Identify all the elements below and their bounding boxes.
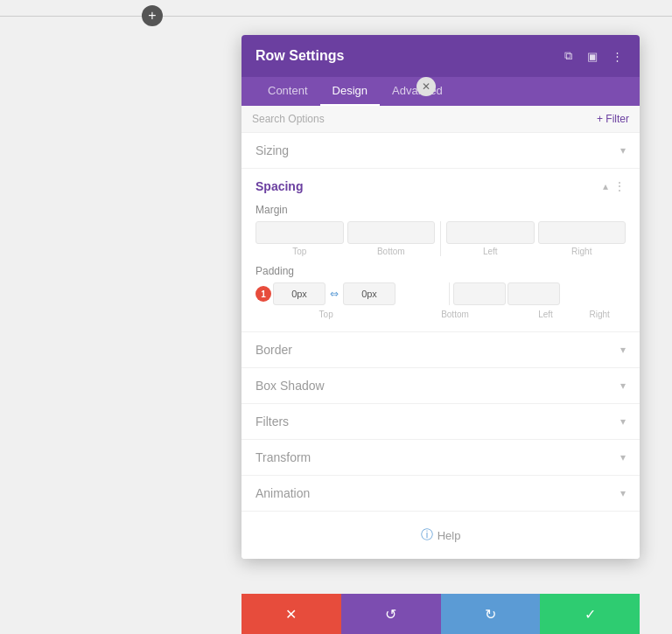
modal-content: Sizing ▾ Spacing ▴ ⋮ Margin <box>242 133 640 559</box>
search-bar: Search Options + Filter <box>242 106 640 133</box>
padding-bottom-input[interactable] <box>343 282 396 305</box>
sizing-label: Sizing <box>256 143 289 157</box>
border-section[interactable]: Border ▾ <box>242 332 640 368</box>
margin-label: Margin <box>256 204 626 216</box>
animation-label: Animation <box>256 486 310 500</box>
padding-bottom-sublabel-group: Bottom <box>402 307 508 319</box>
padding-input-row: 1 ⇔ <box>256 282 626 305</box>
border-chevron: ▾ <box>620 344 626 356</box>
undo-button[interactable]: ↺ <box>341 594 441 634</box>
top-divider <box>0 16 672 17</box>
filters-chevron: ▾ <box>620 415 626 428</box>
padding-bottom-sublabel: Bottom <box>441 310 469 319</box>
padding-badge: 1 <box>256 286 271 302</box>
margin-input-row: Top Bottom Left Right <box>256 221 626 256</box>
margin-left-input[interactable] <box>446 221 535 244</box>
sizing-chevron: ▾ <box>620 144 626 157</box>
row-settings-modal: Row Settings ⧉ ▣ ⋮ Content Design Advanc… <box>242 35 640 559</box>
padding-right-sublabel: Right <box>589 310 609 319</box>
help-icon[interactable]: ⓘ <box>421 527 433 543</box>
margin-right-group: Right <box>538 221 626 256</box>
box-shadow-section[interactable]: Box Shadow ▾ <box>242 368 640 404</box>
link-icon[interactable]: ⇔ <box>327 288 341 300</box>
padding-right-inputs <box>453 282 626 305</box>
spacing-header[interactable]: Spacing ▴ ⋮ <box>242 169 640 204</box>
animation-section[interactable]: Animation ▾ <box>242 476 640 512</box>
transform-section[interactable]: Transform ▾ <box>242 440 640 476</box>
grid-icon[interactable]: ▣ <box>584 47 601 65</box>
padding-divider <box>449 282 450 305</box>
padding-lr-sublabels: Left Right <box>520 307 626 319</box>
tab-content[interactable]: Content <box>256 77 320 106</box>
padding-right-input[interactable] <box>508 282 560 305</box>
margin-bottom-group: Bottom <box>347 221 436 256</box>
spacing-more-icon[interactable]: ⋮ <box>613 179 626 193</box>
margin-top-input[interactable] <box>256 221 344 244</box>
margin-top-label: Top <box>292 247 306 256</box>
border-label: Border <box>256 343 292 357</box>
filter-button[interactable]: + Filter <box>597 113 629 125</box>
page-background: + ✕ Row Settings ⧉ ▣ ⋮ Content Design Ad… <box>0 0 672 634</box>
sizing-section[interactable]: Sizing ▾ <box>242 133 640 169</box>
margin-left-group: Left <box>446 221 535 256</box>
margin-bottom-label: Bottom <box>377 247 405 256</box>
header-icons: ⧉ ▣ ⋮ <box>559 47 626 65</box>
help-footer: ⓘ Help <box>242 512 640 559</box>
margin-bottom-input[interactable] <box>347 221 436 244</box>
modal-title: Row Settings <box>256 48 344 64</box>
save-button[interactable]: ✓ <box>540 594 640 634</box>
padding-sublabels: Top Bottom Left Right <box>256 307 626 319</box>
cancel-button[interactable]: ✕ <box>242 594 341 634</box>
margin-top-group: Top <box>256 221 344 256</box>
padding-top-sublabel-group: Top <box>273 307 379 319</box>
box-shadow-label: Box Shadow <box>256 379 325 393</box>
animation-chevron: ▾ <box>620 487 626 499</box>
help-text[interactable]: Help <box>438 529 461 542</box>
padding-left-sublabel-group: Left <box>520 307 572 319</box>
spacing-header-right: ▴ ⋮ <box>603 179 626 193</box>
close-x-button[interactable]: ✕ <box>416 77 436 96</box>
spacing-section: Spacing ▴ ⋮ Margin Top <box>242 169 640 332</box>
transform-chevron: ▾ <box>620 451 626 463</box>
copy-icon[interactable]: ⧉ <box>559 47 577 65</box>
padding-top-sublabel: Top <box>319 310 333 319</box>
box-shadow-chevron: ▾ <box>620 380 626 392</box>
transform-label: Transform <box>256 450 311 464</box>
margin-right-input[interactable] <box>538 221 626 244</box>
padding-left-inputs: ⇔ <box>273 282 445 305</box>
tabs-bar: Content Design Advanced <box>242 77 640 106</box>
search-label: Search Options <box>252 113 325 125</box>
add-section-button[interactable]: + <box>142 5 163 26</box>
modal-header: Row Settings ⧉ ▣ ⋮ <box>242 35 640 77</box>
padding-top-input[interactable] <box>273 282 326 305</box>
padding-right-sublabel-group: Right <box>573 307 626 319</box>
filters-label: Filters <box>256 415 289 428</box>
margin-left-label: Left <box>483 247 498 256</box>
padding-left-input[interactable] <box>453 282 506 305</box>
spacing-chevron: ▴ <box>603 180 608 192</box>
spacing-title: Spacing <box>256 179 303 193</box>
action-bar: ✕ ↺ ↻ ✓ <box>242 594 640 634</box>
spacing-body: Margin Top Bottom Left <box>242 204 640 331</box>
margin-divider <box>440 221 441 256</box>
margin-right-label: Right <box>571 247 592 256</box>
filters-section[interactable]: Filters ▾ <box>242 404 640 440</box>
padding-left-sublabel: Left <box>538 310 553 319</box>
padding-label: Padding <box>256 265 626 277</box>
more-icon[interactable]: ⋮ <box>608 47 626 65</box>
tab-design[interactable]: Design <box>320 77 380 106</box>
redo-button[interactable]: ↻ <box>441 594 541 634</box>
